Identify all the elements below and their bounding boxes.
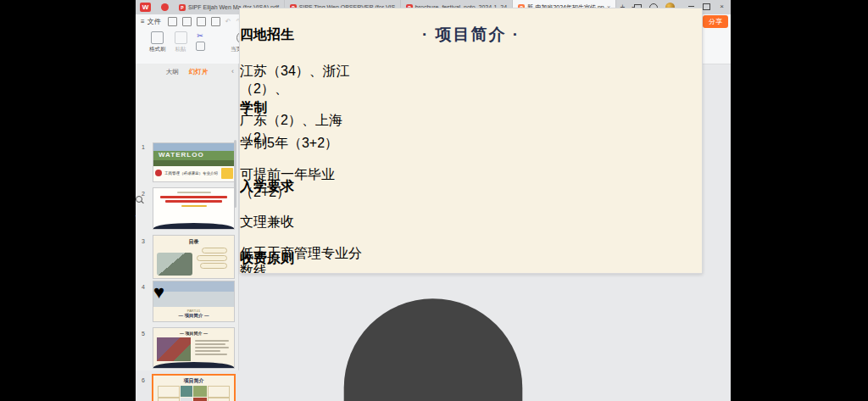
- thumb6-box: [158, 398, 180, 401]
- paste-label: 粘贴: [175, 46, 186, 53]
- heart-icon: ♥: [153, 281, 164, 303]
- box-line: 学制5年（3+2）: [240, 135, 376, 153]
- print-icon[interactable]: [197, 17, 206, 26]
- part-caption: PART.01 — 项目简介 —: [153, 307, 234, 321]
- slide-number: 2: [142, 191, 145, 197]
- heart-photo: ♥: [153, 281, 234, 307]
- sidebar-scrollbar[interactable]: [234, 140, 236, 208]
- file-menu-label: 文件: [147, 17, 161, 26]
- format-painter-button[interactable]: 格式刷: [149, 31, 166, 53]
- thumb6-box: [208, 386, 230, 398]
- thumb6-img: [181, 386, 192, 397]
- slide-thumbnail-5[interactable]: — 项目简介 —: [153, 327, 235, 369]
- title-rule-right: [240, 36, 329, 37]
- quick-access-toolbar: ↶ ↷ ▾: [168, 17, 249, 26]
- slide-title[interactable]: · 项目简介 ·: [240, 24, 702, 46]
- thumb5-textlines: [195, 338, 231, 357]
- panel-tabs: 大纲 幻灯片: [136, 64, 238, 76]
- thumb6-img: [193, 398, 207, 401]
- file-menu[interactable]: ≡ 文件: [141, 17, 161, 26]
- share-button[interactable]: 分享: [703, 15, 728, 28]
- slide-panel: 大纲 幻灯片 ‹ 1 WATERLOO 工商管理（环球课堂）专业介绍 2: [136, 64, 239, 370]
- waterloo-photo: WATERLOO: [153, 143, 234, 166]
- print-preview-icon[interactable]: [211, 17, 220, 26]
- screenshot-stage: W P SIPF Elijah Wen Ma (for VISA).pdf P …: [0, 0, 868, 401]
- banner-text: 工商管理（环球课堂）专业介绍: [164, 171, 218, 175]
- search-icon: [136, 196, 142, 203]
- cut-icon[interactable]: ✂: [197, 31, 203, 40]
- close-window-button[interactable]: ×: [718, 3, 726, 10]
- slide-thumbnail-1[interactable]: WATERLOO 工商管理（环球课堂）专业介绍: [153, 142, 235, 182]
- school-logo: [155, 170, 162, 176]
- collapse-panel-icon[interactable]: ‹: [231, 67, 234, 75]
- slide-thumbnail-3[interactable]: 目录: [153, 235, 235, 279]
- slide-number: 5: [142, 331, 145, 337]
- cut-copy-buttons[interactable]: ✂: [196, 31, 205, 53]
- thumb6-img: ♥: [181, 398, 192, 401]
- wps-logo-icon[interactable]: W: [140, 3, 151, 12]
- hamburger-icon: ≡: [141, 18, 145, 25]
- part-title: — 项目简介 —: [153, 313, 234, 319]
- slide-thumbnail-4[interactable]: ♥ PART.01 — 项目简介 —: [153, 281, 235, 322]
- clipboard-group: 格式刷 粘贴 ✂: [149, 31, 205, 53]
- paste-icon: [175, 31, 187, 44]
- toc-title: 目录: [153, 238, 234, 246]
- slide-thumbnail-6-current[interactable]: 项目简介 ♥: [152, 374, 236, 401]
- slide-canvas[interactable]: · 项目简介 · 四地招生 江苏（34）、浙江（2）、 广东（2）、上海（2） …: [240, 8, 702, 273]
- slide-thumbnail-2[interactable]: [153, 187, 235, 230]
- tab-outline[interactable]: 大纲: [166, 68, 179, 76]
- thumb5-photo: [157, 337, 191, 361]
- thumb5-title: — 项目简介 —: [153, 331, 234, 336]
- banner-strip: 工商管理（环球课堂）专业介绍: [153, 166, 234, 181]
- banner-tag: [221, 168, 233, 179]
- thumb6-img: [193, 386, 207, 397]
- toc-photo: [157, 253, 192, 276]
- export-pdf-icon[interactable]: [182, 17, 192, 26]
- box-line: 江苏（34）、浙江（2）、: [240, 63, 376, 98]
- slide-number: 3: [142, 238, 145, 244]
- waterloo-caption: WATERLOO: [159, 151, 204, 159]
- toc-items: [197, 246, 227, 270]
- copy-icon[interactable]: [196, 42, 205, 51]
- pdf-file-icon: P: [179, 4, 186, 11]
- paste-button[interactable]: 粘贴: [175, 31, 187, 53]
- pdf-app-icon[interactable]: [161, 3, 169, 11]
- save-icon[interactable]: [168, 17, 177, 26]
- thumb-swoosh: [153, 223, 234, 229]
- thumb6-box: [158, 386, 180, 398]
- box-line: 文理兼收: [240, 214, 365, 231]
- undo-icon[interactable]: ↶: [225, 18, 231, 25]
- wps-window: W P SIPF Elijah Wen Ma (for VISA).pdf P …: [136, 0, 731, 401]
- thumb6-box: [208, 398, 230, 401]
- thumb6-title: 项目简介: [153, 377, 234, 385]
- thumb-swoosh: [153, 362, 234, 368]
- slide-number: 4: [142, 284, 145, 290]
- slide-number: 6: [142, 377, 145, 383]
- box-requirements[interactable]: 入学要求 文理兼收 低于工商管理专业分数线: [240, 178, 365, 232]
- tab-slides[interactable]: 幻灯片: [189, 68, 209, 76]
- format-painter-icon: [151, 31, 164, 44]
- restore-button[interactable]: [703, 3, 710, 10]
- slide-number: 1: [142, 144, 145, 150]
- format-painter-label: 格式刷: [149, 46, 166, 53]
